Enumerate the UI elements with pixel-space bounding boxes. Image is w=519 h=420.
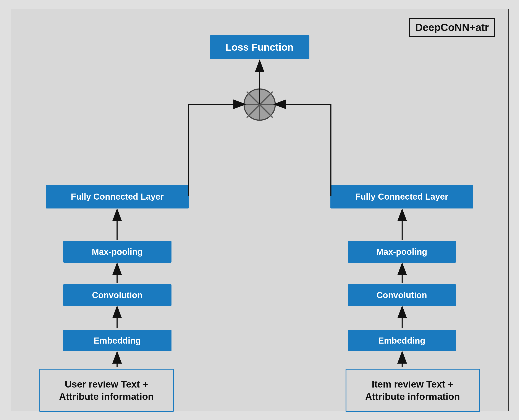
left-maxpool-box: Max-pooling <box>63 241 172 262</box>
right-fc-box: Fully Connected Layer <box>331 185 473 209</box>
right-input-box: Item review Text + Attribute information <box>346 369 480 412</box>
right-maxpool-box: Max-pooling <box>348 241 456 262</box>
right-embed-box: Embedding <box>348 330 456 351</box>
right-conv-box: Convolution <box>348 284 456 306</box>
left-fc-box: Fully Connected Layer <box>46 185 189 209</box>
loss-function-box: Loss Function <box>210 35 309 59</box>
title-label: DeepCoNN+atr <box>409 18 495 37</box>
multiply-circle <box>242 87 277 122</box>
left-embed-box: Embedding <box>63 330 172 351</box>
diagram-container: DeepCoNN+atr Loss Function Fully Connect… <box>11 9 509 411</box>
left-conv-box: Convolution <box>63 284 172 306</box>
left-input-box: User review Text + Attribute information <box>39 369 174 412</box>
